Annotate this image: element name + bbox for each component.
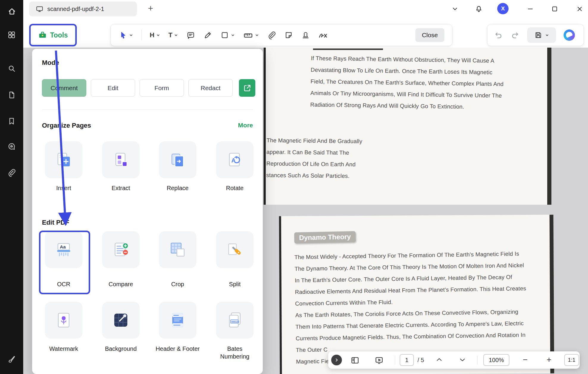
user-avatar[interactable]: X [497,3,509,14]
page2-heading: Dynamo Theory [294,231,356,243]
page-number-input[interactable] [400,354,414,366]
redo-button[interactable] [511,31,520,40]
next-page-button[interactable] [458,355,467,365]
mode-buttons: Comment Edit Form Redact [42,79,233,97]
toolbar-divider [141,30,142,40]
save-icon [534,31,542,39]
tool-compare[interactable] [102,231,140,268]
organize-more-link[interactable]: More [223,122,253,129]
ai-assistant-button[interactable] [564,29,575,41]
tool-split[interactable] [216,231,254,268]
sticky-note-tool[interactable] [186,31,195,40]
mode-comment-button[interactable]: Comment [42,79,86,97]
left-sidebar [0,0,23,374]
search-button[interactable] [7,64,17,73]
bar-divider [395,356,395,364]
square-shape-icon [220,31,229,40]
split-icon [226,240,244,259]
home-icon [7,7,17,16]
document-tab[interactable]: scanned-pdf-updf-2-1 [29,1,137,16]
pencil-icon [203,31,212,40]
replace-icon [168,151,187,169]
close-window-button[interactable] [574,3,585,15]
tool-header-footer[interactable] [159,302,196,339]
sticky-note-icon [186,31,195,40]
page-thumbnails-icon [350,356,360,365]
shapes-tool[interactable] [220,31,235,40]
new-tab-button[interactable]: + [145,2,157,14]
tool-watermark[interactable] [45,302,82,339]
stamp-tool[interactable] [301,31,310,40]
header-footer-icon [168,311,187,329]
zoom-out-button[interactable]: − [519,351,532,368]
actual-size-button[interactable]: 1:1 [564,354,579,366]
undo-button[interactable] [494,31,503,40]
doc-line: appear. It Can Be Said That The [266,146,362,159]
close-icon [576,5,583,12]
tool-split-label: Split [211,280,259,288]
home-button[interactable] [7,7,17,16]
tool-bates-numbering[interactable]: 000123 [216,302,254,339]
signature-panel-button[interactable] [7,355,17,364]
tab-list-button[interactable] [449,3,461,15]
watermark-icon [54,311,73,329]
mode-form-button[interactable]: Form [140,79,184,97]
tool-header-footer-label: Header & Footer [155,345,200,353]
extract-icon [112,151,130,169]
text-comment-tool[interactable]: T [168,31,178,40]
open-in-new-window-button[interactable] [239,79,255,97]
zoom-level-box[interactable]: 100% [483,354,509,366]
apps-grid-icon [7,30,16,39]
tools-button[interactable]: Tools [32,26,74,44]
tool-watermark-label: Watermark [40,345,87,353]
highlight-tool[interactable]: H [150,31,160,40]
annotation-toolbar: H T Close [111,24,452,46]
comments-button[interactable] [7,142,17,151]
chevron-down-icon [458,355,467,364]
minimize-button[interactable] [525,3,536,15]
highlight-icon: H [150,31,154,40]
sticker-tool[interactable] [284,31,293,40]
tool-ocr[interactable]: Aa [45,231,82,268]
close-toolbar-button[interactable]: Close [415,28,444,42]
page1-paragraph: If These Rays Reach The Earth Without Ob… [310,52,504,113]
zoom-in-button[interactable]: + [542,351,556,368]
tool-rotate[interactable]: A [216,141,254,178]
expand-bar-button[interactable] [331,355,342,365]
tool-rotate-label: Rotate [211,184,259,192]
tool-crop[interactable] [159,231,196,268]
presentation-mode-button[interactable] [374,356,384,365]
previous-page-button[interactable] [435,355,444,365]
edit-section-title: Edit PDF [42,219,69,226]
tool-background[interactable] [102,302,140,339]
signature-tool[interactable] [318,30,328,40]
select-tool[interactable] [118,31,133,40]
doc-line: Reproduction Of Life On Earth And [266,158,362,170]
thumbnail-panel-button[interactable] [350,356,360,365]
apps-grid-button[interactable] [7,30,17,40]
pages-button[interactable] [7,90,17,100]
attachments-button[interactable] [7,168,17,178]
save-button[interactable] [527,27,556,43]
external-link-icon [243,84,251,92]
panel-divider [42,109,253,110]
tool-extract[interactable] [102,141,140,178]
rotate-icon: A [226,151,244,169]
bookmarks-button[interactable] [7,117,17,126]
ocr-icon: Aa [54,240,73,259]
notifications-button[interactable] [473,3,484,15]
tool-extract-label: Extract [97,184,145,192]
svg-text:000123: 000123 [231,320,239,323]
tool-replace[interactable] [159,141,196,178]
tool-bates-numbering-label: Bates Numbering [214,345,256,360]
tool-replace-label: Replace [154,184,201,192]
maximize-button[interactable] [549,3,560,15]
mode-section-title: Mode [42,59,59,67]
tool-insert[interactable] [45,141,82,178]
mode-edit-button[interactable]: Edit [91,79,135,97]
pencil-tool[interactable] [203,31,212,40]
mode-redact-button[interactable]: Redact [188,79,233,97]
chevron-down-icon [255,33,259,37]
measure-tool[interactable] [243,30,259,40]
attachment-tool[interactable] [267,31,276,40]
